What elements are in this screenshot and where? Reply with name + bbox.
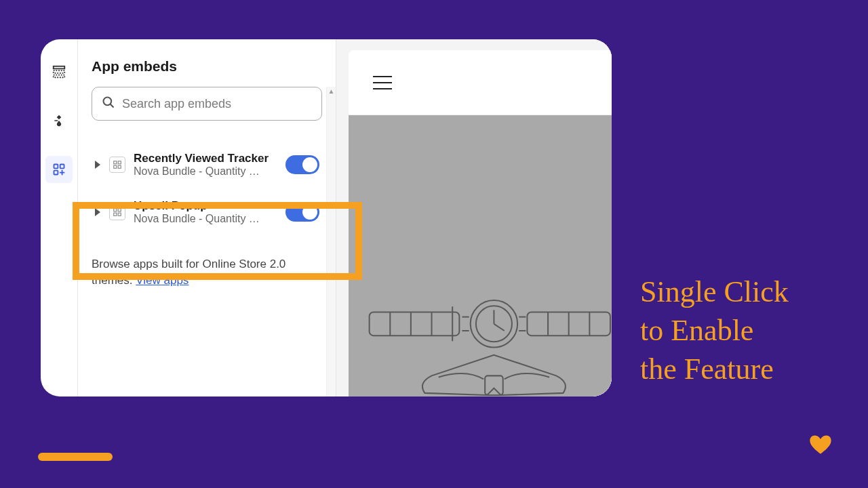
editor-card: App embeds [41, 39, 612, 396]
svg-rect-12 [114, 165, 117, 168]
nav-rail [41, 39, 78, 396]
svg-point-8 [104, 98, 112, 106]
app-block-icon [109, 204, 125, 220]
svg-rect-4 [60, 165, 64, 169]
marketing-caption: Single Click to Enable the Feature [640, 272, 789, 389]
embed-title: Upsell Popup [134, 199, 277, 213]
app-embeds-panel: App embeds [78, 39, 336, 396]
svg-line-26 [494, 324, 504, 331]
search-icon [102, 96, 115, 112]
preview-product-image [349, 115, 612, 396]
embed-subtitle: Nova Bundle - Quantity … [134, 213, 277, 225]
preview-pane [336, 39, 612, 396]
accent-bar [38, 453, 113, 461]
embed-title: Recently Viewed Tracker [134, 152, 277, 165]
svg-rect-18 [370, 312, 460, 336]
app-block-icon [109, 157, 125, 173]
svg-rect-16 [114, 213, 117, 216]
scrollbar[interactable]: ▲ [326, 87, 336, 396]
svg-rect-1 [54, 70, 65, 73]
svg-rect-3 [54, 165, 58, 169]
scroll-up-icon[interactable]: ▲ [327, 87, 336, 96]
svg-rect-2 [54, 75, 65, 78]
svg-line-9 [111, 104, 114, 108]
view-apps-link[interactable]: View apps [136, 274, 189, 287]
search-input[interactable] [122, 97, 312, 111]
rail-sections-icon[interactable] [45, 58, 73, 85]
embeds-list: Recently Viewed Tracker Nova Bundle - Qu… [92, 141, 322, 236]
embed-row-upsell-popup: Upsell Popup Nova Bundle - Quantity … [92, 188, 322, 236]
svg-rect-13 [118, 165, 121, 168]
expand-icon[interactable] [94, 208, 101, 216]
toggle-recently-viewed[interactable] [285, 155, 319, 174]
svg-rect-17 [118, 213, 121, 216]
svg-rect-11 [118, 161, 121, 164]
svg-rect-0 [54, 66, 65, 69]
toggle-upsell-popup[interactable] [285, 203, 319, 222]
browse-apps-text: Browse apps built for Online Store 2.0 t… [78, 236, 336, 289]
embed-subtitle: Nova Bundle - Quantity … [134, 165, 277, 178]
search-box[interactable] [92, 87, 322, 121]
svg-rect-15 [118, 209, 121, 211]
svg-rect-14 [114, 209, 117, 211]
rail-theme-icon[interactable] [45, 107, 73, 134]
rail-app-embeds-icon[interactable] [45, 156, 73, 183]
svg-rect-10 [114, 161, 117, 164]
expand-icon[interactable] [94, 161, 101, 169]
hamburger-icon[interactable] [373, 76, 392, 89]
heart-icon [807, 432, 834, 460]
preview-header [349, 50, 612, 115]
svg-rect-35 [485, 375, 503, 395]
embed-row-recently-viewed: Recently Viewed Tracker Nova Bundle - Qu… [92, 141, 322, 188]
svg-rect-5 [54, 171, 58, 175]
panel-title: App embeds [78, 39, 336, 87]
